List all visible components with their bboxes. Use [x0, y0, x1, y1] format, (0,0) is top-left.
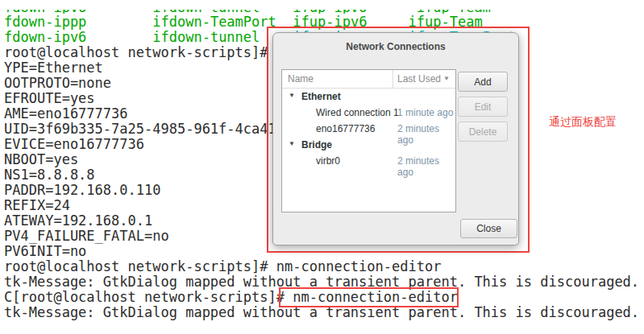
expander-icon[interactable]: ▼	[289, 92, 295, 99]
connection-name: Wired connection 1	[316, 107, 399, 118]
terminal-line: root@localhost network-scripts]# nm-conn…	[4, 259, 639, 274]
column-header-last-used[interactable]: Last Used	[397, 73, 441, 85]
edit-button[interactable]: Edit	[458, 97, 508, 117]
delete-button[interactable]: Delete	[458, 122, 508, 142]
connection-name: virbr0	[316, 155, 340, 167]
add-button[interactable]: Add	[458, 72, 508, 92]
table-header: Name Last Used ▼	[282, 70, 455, 89]
connection-last-used: 1 minute ago	[397, 107, 453, 118]
group-label: Ethernet	[301, 91, 341, 102]
network-connections-dialog: Network Connections Name Last Used ▼ ▼Et…	[272, 32, 519, 245]
connection-row[interactable]: Wired connection 11 minute ago	[282, 105, 455, 121]
connection-group-ethernet[interactable]: ▼Ethernet	[282, 89, 455, 105]
connections-table: Name Last Used ▼ ▼EthernetWired connecti…	[281, 69, 456, 212]
connection-last-used: 2 minutes ago	[397, 155, 455, 178]
column-header-name[interactable]: Name	[288, 73, 314, 85]
connection-group-bridge[interactable]: ▼Bridge	[282, 137, 455, 153]
expander-icon[interactable]: ▼	[289, 140, 295, 147]
connection-name: eno16777736	[316, 123, 375, 134]
dialog-title: Network Connections	[273, 41, 518, 52]
close-button[interactable]: Close	[460, 219, 517, 238]
connection-row[interactable]: virbr02 minutes ago	[282, 153, 455, 169]
table-rows: ▼EthernetWired connection 11 minute agoe…	[282, 89, 455, 169]
terminal-screen: fdown-ipv6 ifdown-tunnel ifup-ipv6 ifup-…	[0, 0, 644, 334]
annotation-note: 通过面板配置	[549, 115, 617, 130]
group-label: Bridge	[301, 139, 332, 151]
annotation-box-command	[279, 287, 459, 307]
connection-row[interactable]: eno167777362 minutes ago	[282, 121, 455, 137]
sort-descending-icon[interactable]: ▼	[443, 75, 450, 82]
